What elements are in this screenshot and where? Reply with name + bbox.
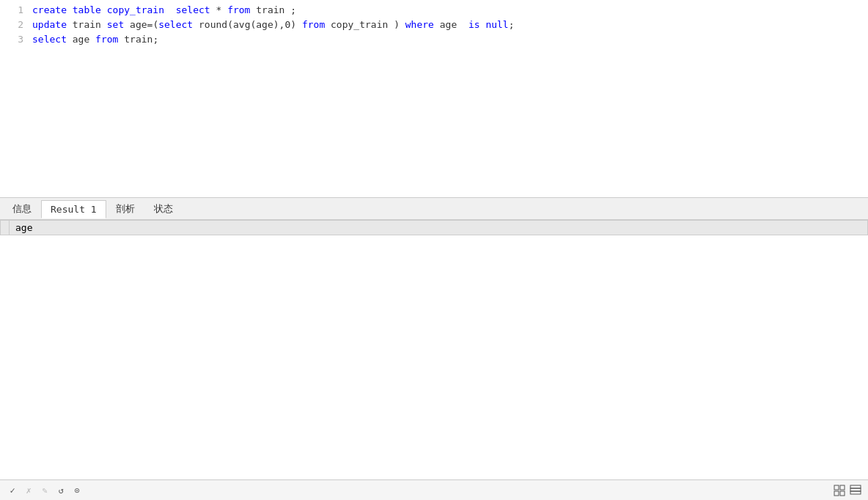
svg-rect-2 bbox=[834, 491, 839, 496]
token: select bbox=[32, 34, 67, 45]
token: from bbox=[227, 4, 250, 15]
token: is null bbox=[468, 19, 509, 30]
line-number: 1 bbox=[6, 3, 23, 18]
code-line-2: 2update train set age=(select round(avg(… bbox=[0, 18, 868, 32]
token: from bbox=[95, 34, 118, 45]
cross-button[interactable]: ✗ bbox=[22, 484, 35, 497]
code-line-1: 1create table copy_train select * from t… bbox=[0, 3, 868, 18]
token: set bbox=[107, 19, 124, 30]
line-content[interactable]: update train set age=(select round(avg(a… bbox=[32, 18, 515, 32]
token: where bbox=[405, 19, 434, 30]
token: train bbox=[67, 19, 107, 30]
token: create table copy_train bbox=[32, 4, 176, 15]
tab-剖析[interactable]: 剖析 bbox=[106, 199, 144, 219]
tab-Result 1[interactable]: Result 1 bbox=[41, 200, 106, 218]
token: select bbox=[158, 19, 193, 30]
token: age bbox=[434, 19, 468, 30]
code-editor[interactable]: 1create table copy_train select * from t… bbox=[0, 0, 868, 198]
tabs-bar: 信息Result 1剖析状态 bbox=[0, 198, 868, 220]
token: ; bbox=[509, 19, 515, 30]
code-line-3: 3select age from train; bbox=[0, 32, 868, 47]
token: round(avg(age),0) bbox=[193, 19, 302, 30]
svg-rect-3 bbox=[840, 491, 845, 496]
line-number: 3 bbox=[6, 32, 23, 47]
grid-icon bbox=[834, 485, 845, 496]
edit-button[interactable]: ✎ bbox=[38, 484, 51, 497]
token: age=( bbox=[124, 19, 158, 30]
token: copy_train ) bbox=[325, 19, 405, 30]
results-table: age bbox=[0, 220, 868, 235]
token: from bbox=[302, 19, 325, 30]
check-button[interactable]: ✓ bbox=[6, 484, 19, 497]
token: select bbox=[176, 4, 210, 15]
grid-view-button[interactable] bbox=[833, 484, 846, 497]
refresh-button[interactable]: ↺ bbox=[54, 484, 67, 497]
results-area: age bbox=[0, 220, 868, 479]
line-content[interactable]: select age from train; bbox=[32, 32, 158, 47]
results-table-container[interactable]: age bbox=[0, 220, 868, 479]
tab-信息[interactable]: 信息 bbox=[3, 199, 41, 219]
svg-rect-1 bbox=[840, 485, 845, 490]
indicator-header bbox=[1, 221, 10, 235]
stop-button[interactable]: ⊙ bbox=[70, 484, 84, 497]
table-view-button[interactable] bbox=[849, 484, 862, 497]
token: update bbox=[32, 19, 67, 30]
svg-rect-4 bbox=[850, 485, 861, 488]
token: train ; bbox=[250, 4, 296, 15]
age-column-header: age bbox=[10, 221, 868, 235]
table-icon bbox=[850, 485, 861, 496]
svg-rect-0 bbox=[834, 485, 839, 490]
token: * bbox=[210, 4, 227, 15]
svg-rect-5 bbox=[850, 488, 861, 491]
line-content[interactable]: create table copy_train select * from tr… bbox=[32, 3, 296, 18]
tab-状态[interactable]: 状态 bbox=[144, 199, 183, 219]
svg-rect-6 bbox=[850, 491, 861, 494]
bottom-toolbar: ✓ ✗ ✎ ↺ ⊙ bbox=[0, 479, 868, 500]
token: train; bbox=[118, 34, 158, 45]
line-number: 2 bbox=[6, 18, 23, 32]
token: age bbox=[67, 34, 95, 45]
